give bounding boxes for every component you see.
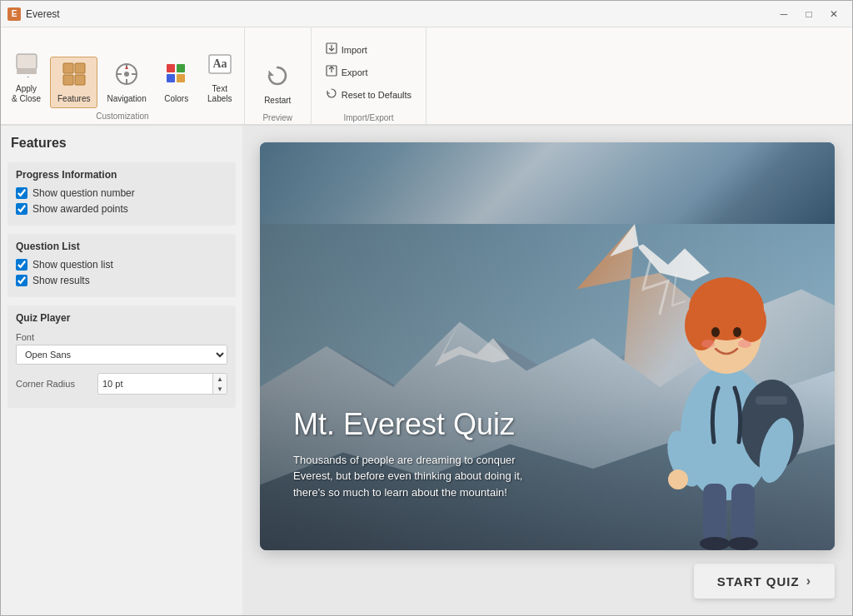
- spin-controls: ▲ ▼: [212, 374, 227, 394]
- start-quiz-button[interactable]: START QUIZ ›: [694, 564, 835, 599]
- question-list-header: Question List: [16, 241, 227, 252]
- show-awarded-points-checkbox[interactable]: [16, 203, 27, 215]
- preview-group-label: Preview: [248, 110, 307, 122]
- quiz-title: Mt. Everest Quiz: [293, 407, 551, 442]
- apply-close-label: Apply& Close: [12, 84, 41, 104]
- font-label: Font: [16, 332, 227, 342]
- colors-label: Colors: [164, 94, 188, 104]
- svg-rect-17: [177, 74, 185, 82]
- svg-point-39: [668, 469, 688, 489]
- window-controls: ─ □ ✕: [772, 5, 846, 23]
- import-icon: [326, 42, 337, 57]
- apply-close-button[interactable]: ✔ Apply& Close: [4, 47, 48, 108]
- restart-icon: [264, 62, 291, 93]
- show-awarded-points-row[interactable]: Show awarded points: [16, 203, 227, 215]
- show-question-list-checkbox[interactable]: [16, 259, 27, 271]
- svg-rect-48: [703, 484, 726, 542]
- preview-area: Mt. Everest Quiz Thousands of people are…: [242, 126, 852, 615]
- svg-marker-13: [125, 66, 128, 69]
- svg-marker-20: [269, 71, 274, 76]
- app-icon: E: [7, 7, 21, 21]
- font-select[interactable]: Open Sans Arial Helvetica Georgia Times …: [16, 345, 227, 365]
- export-icon: [326, 65, 337, 79]
- text-labels-icon: Aa: [207, 51, 233, 82]
- corner-radius-row: Corner Radius ▲ ▼: [16, 373, 227, 395]
- svg-rect-5: [63, 75, 73, 85]
- spin-up-button[interactable]: ▲: [213, 374, 227, 384]
- corner-radius-input-group: ▲ ▼: [97, 373, 227, 395]
- quiz-card: Mt. Everest Quiz Thousands of people are…: [260, 142, 835, 550]
- colors-icon: [163, 61, 190, 92]
- import-label: Import: [342, 45, 367, 55]
- svg-rect-14: [167, 64, 175, 72]
- svg-point-44: [711, 327, 720, 337]
- import-export-group-label: Import/Export: [322, 110, 416, 122]
- reset-defaults-item[interactable]: Reset to Defaults: [322, 85, 416, 104]
- show-question-number-row[interactable]: Show question number: [16, 187, 227, 199]
- quiz-description: Thousands of people are dreaming to conq…: [293, 452, 551, 501]
- import-item[interactable]: Import: [322, 40, 416, 59]
- navigation-button[interactable]: Navigation: [99, 57, 153, 108]
- text-labels-button[interactable]: Aa TextLabels: [199, 47, 241, 108]
- spin-down-button[interactable]: ▼: [213, 384, 227, 394]
- export-label: Export: [342, 67, 368, 77]
- features-button[interactable]: Features: [50, 57, 97, 108]
- svg-point-51: [728, 537, 758, 550]
- navigation-icon: [113, 61, 140, 92]
- quiz-player-section: Quiz Player Font Open Sans Arial Helveti…: [7, 306, 236, 408]
- app-title: Everest: [26, 8, 772, 20]
- title-bar: E Everest ─ □ ✕: [1, 1, 852, 27]
- main-content: Features Progress Information Show quest…: [1, 126, 852, 615]
- svg-point-8: [124, 72, 129, 77]
- sidebar-title: Features: [7, 136, 236, 151]
- show-question-list-row[interactable]: Show question list: [16, 259, 227, 271]
- svg-rect-36: [756, 396, 787, 405]
- show-results-label: Show results: [32, 275, 90, 286]
- show-awarded-points-label: Show awarded points: [32, 203, 128, 215]
- corner-radius-label: Corner Radius: [16, 379, 91, 389]
- text-labels-label: TextLabels: [207, 84, 232, 104]
- apply-close-icon: ✔: [13, 51, 40, 82]
- ribbon-group-preview: Restart Preview: [245, 27, 312, 124]
- chevron-right-icon: ›: [806, 574, 811, 589]
- show-results-checkbox[interactable]: [16, 275, 27, 286]
- minimize-button[interactable]: ─: [772, 5, 796, 23]
- svg-rect-49: [731, 484, 755, 542]
- show-question-number-checkbox[interactable]: [16, 187, 27, 199]
- ribbon: ✔ Apply& Close Features: [1, 27, 852, 126]
- restart-button[interactable]: Restart: [252, 58, 302, 110]
- svg-rect-1: [17, 69, 37, 74]
- progress-information-header: Progress Information: [16, 169, 227, 181]
- progress-information-section: Progress Information Show question numbe…: [7, 162, 236, 226]
- restart-label: Restart: [264, 96, 291, 106]
- maximize-button[interactable]: □: [797, 5, 821, 23]
- export-item[interactable]: Export: [322, 62, 416, 82]
- quiz-player-header: Quiz Player: [16, 312, 227, 324]
- svg-point-50: [700, 537, 730, 550]
- colors-button[interactable]: Colors: [156, 57, 197, 108]
- svg-rect-16: [167, 74, 175, 82]
- character-illustration: [635, 234, 818, 550]
- quiz-text-area: Mt. Everest Quiz Thousands of people are…: [293, 407, 551, 501]
- svg-text:Aa: Aa: [212, 57, 227, 70]
- font-row: Font Open Sans Arial Helvetica Georgia T…: [16, 332, 227, 365]
- svg-point-47: [738, 340, 751, 348]
- sidebar: Features Progress Information Show quest…: [1, 126, 242, 615]
- close-button[interactable]: ✕: [822, 5, 846, 23]
- question-list-section: Question List Show question list Show re…: [7, 234, 236, 297]
- customization-group-label: Customization: [1, 108, 244, 121]
- navigation-label: Navigation: [107, 94, 146, 104]
- start-quiz-label: START QUIZ: [717, 574, 800, 589]
- start-quiz-row: START QUIZ ›: [260, 564, 835, 599]
- svg-text:✔: ✔: [23, 75, 29, 77]
- corner-radius-input[interactable]: [98, 376, 212, 391]
- svg-rect-6: [75, 75, 85, 85]
- show-question-number-label: Show question number: [32, 187, 135, 199]
- reset-defaults-label: Reset to Defaults: [342, 90, 412, 100]
- svg-point-43: [736, 301, 766, 342]
- features-label: Features: [57, 94, 90, 104]
- show-results-row[interactable]: Show results: [16, 275, 227, 286]
- svg-point-46: [701, 340, 715, 348]
- features-icon: [61, 61, 87, 92]
- show-question-list-label: Show question list: [32, 259, 113, 271]
